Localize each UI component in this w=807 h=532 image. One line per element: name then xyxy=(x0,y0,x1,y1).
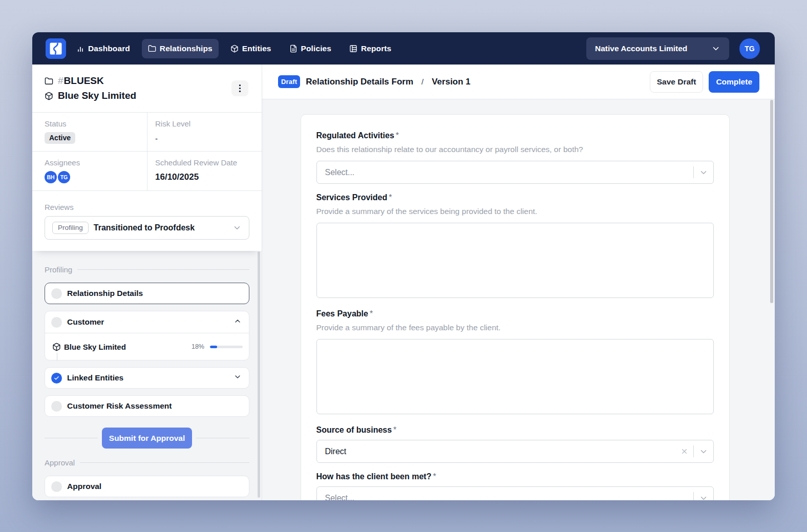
progress-percentage: 18% xyxy=(192,343,204,350)
app-window: Dashboard Relationships Entities xyxy=(32,32,775,500)
navbar-right: Native Accounts Limited TG xyxy=(586,37,760,60)
services-provided-textarea[interactable] xyxy=(316,223,714,298)
review-steps-panel: Profiling Relationship Details Customer xyxy=(32,251,262,500)
step-card-customer-risk-assessment[interactable]: Customer Risk Assessment xyxy=(45,395,249,417)
assignee-avatar[interactable]: TG xyxy=(58,171,70,183)
field-services-provided: Services Provided* Provide a summary of … xyxy=(316,193,714,300)
cube-icon xyxy=(45,92,53,100)
step-status-icon xyxy=(51,481,62,492)
step-title: Linked Entities xyxy=(67,373,123,382)
step-status-icon xyxy=(51,317,62,328)
nav-label-entities: Entities xyxy=(242,44,271,53)
submit-divider: Submit for Approval xyxy=(45,428,249,449)
chevron-down-icon[interactable] xyxy=(233,373,242,383)
fees-payable-textarea[interactable] xyxy=(316,339,714,414)
step-title: Approval xyxy=(67,482,101,491)
step-complete-icon xyxy=(51,373,62,384)
status-label: Status xyxy=(45,119,137,128)
chevron-down-icon xyxy=(232,223,242,232)
folder-icon xyxy=(148,45,156,53)
nav-item-entities[interactable]: Entities xyxy=(224,39,278,58)
customer-entity-name: Blue Sky Limited xyxy=(64,343,126,351)
app-logo[interactable] xyxy=(46,38,66,59)
step-card-customer-header[interactable]: Customer xyxy=(45,311,249,333)
step-title: Customer xyxy=(67,317,104,327)
table-icon xyxy=(349,45,357,53)
draft-status-badge: Draft xyxy=(278,75,300,88)
relationship-code-row: #BLUESK xyxy=(45,75,136,87)
chevron-up-icon[interactable] xyxy=(233,317,242,327)
approval-section-heading: Approval xyxy=(45,458,249,467)
desktop-background: Dashboard Relationships Entities xyxy=(0,0,807,532)
sidebar-summary: #BLUESK Blue Sky Limited xyxy=(32,65,262,251)
main-scrollbar[interactable] xyxy=(770,100,773,303)
review-stage-chip: Profiling xyxy=(52,222,89,234)
nav-item-dashboard[interactable]: Dashboard xyxy=(70,39,136,58)
field-fees-payable: Fees Payable* Provide a summary of the f… xyxy=(316,309,714,416)
save-draft-button[interactable]: Save Draft xyxy=(650,71,704,93)
source-of-business-select[interactable]: Direct xyxy=(316,440,714,463)
bar-chart-icon xyxy=(76,45,84,53)
nav-item-policies[interactable]: Policies xyxy=(283,39,337,58)
select-placeholder: Select... xyxy=(325,168,355,177)
entity-name: Blue Sky Limited xyxy=(58,90,136,101)
nav-label-reports: Reports xyxy=(361,44,391,53)
reviews-dropdown[interactable]: Profiling Transitioned to Proofdesk xyxy=(45,216,249,240)
assignee-avatar[interactable]: BH xyxy=(45,171,57,183)
chevron-down-icon[interactable] xyxy=(694,494,713,501)
tree-connector xyxy=(57,353,57,360)
progress-bar xyxy=(210,346,243,348)
organization-dropdown[interactable]: Native Accounts Limited xyxy=(586,37,729,60)
risk-level-cell: Risk Level - xyxy=(147,113,262,152)
submit-for-approval-button[interactable]: Submit for Approval xyxy=(102,428,192,449)
folder-icon xyxy=(45,77,53,86)
cube-icon xyxy=(52,343,61,351)
field-label: Source of business* xyxy=(316,425,714,435)
field-source-of-business: Source of business* Direct xyxy=(316,425,714,463)
nav-label-policies: Policies xyxy=(301,44,331,53)
form-version: Version 1 xyxy=(432,77,471,87)
form-title: Relationship Details Form xyxy=(306,77,413,87)
field-label: Fees Payable* xyxy=(316,309,714,318)
step-title: Relationship Details xyxy=(67,289,143,298)
user-avatar[interactable]: TG xyxy=(739,38,760,59)
step-status-icon xyxy=(51,401,62,412)
relationship-code: #BLUESK xyxy=(58,75,104,87)
step-card-linked-entities[interactable]: Linked Entities xyxy=(45,367,249,389)
document-icon xyxy=(289,45,298,53)
top-navbar: Dashboard Relationships Entities xyxy=(32,32,775,65)
step-card-approval[interactable]: Approval xyxy=(45,476,249,497)
assignees-cell: Assignees BH TG xyxy=(32,152,147,191)
field-description: Does this relationship relate to our acc… xyxy=(316,145,714,154)
entity-name-row: Blue Sky Limited xyxy=(45,90,136,101)
step-card-relationship-details[interactable]: Relationship Details xyxy=(45,283,249,304)
entity-header: #BLUESK Blue Sky Limited xyxy=(32,65,262,113)
status-badge: Active xyxy=(45,132,75,144)
meta-grid: Status Active Risk Level - Assignees BH … xyxy=(32,113,262,191)
nav-item-reports[interactable]: Reports xyxy=(343,39,397,58)
complete-button[interactable]: Complete xyxy=(709,71,759,93)
field-how-client-met: How has the client been met?* Select... xyxy=(316,472,714,500)
form-scroll-area: Regulated Activities* Does this relation… xyxy=(262,99,775,500)
chevron-down-icon[interactable] xyxy=(694,447,713,456)
step-status-icon xyxy=(51,288,62,299)
main-panel: Draft Relationship Details Form / Versio… xyxy=(262,65,775,500)
reviews-label: Reviews xyxy=(45,203,249,211)
sidebar-scrollbar[interactable] xyxy=(258,251,260,498)
field-label: Regulated Activities* xyxy=(316,131,714,140)
risk-level-label: Risk Level xyxy=(155,119,251,128)
clear-icon[interactable] xyxy=(676,448,693,455)
kebab-menu-button[interactable] xyxy=(231,80,248,96)
field-label: Services Provided* xyxy=(316,193,714,202)
organization-name: Native Accounts Limited xyxy=(595,44,687,53)
regulated-activities-select[interactable]: Select... xyxy=(316,161,714,184)
review-value: Transitioned to Proofdesk xyxy=(94,223,195,232)
breadcrumb-separator: / xyxy=(421,77,423,86)
how-client-met-select[interactable]: Select... xyxy=(316,486,714,500)
nav-item-relationships[interactable]: Relationships xyxy=(142,39,219,58)
customer-entity-row[interactable]: Blue Sky Limited 18% xyxy=(45,333,249,360)
step-title: Customer Risk Assessment xyxy=(67,401,172,411)
chevron-down-icon[interactable] xyxy=(694,168,713,177)
primary-nav: Dashboard Relationships Entities xyxy=(70,39,397,58)
field-regulated-activities: Regulated Activities* Does this relation… xyxy=(316,131,714,184)
